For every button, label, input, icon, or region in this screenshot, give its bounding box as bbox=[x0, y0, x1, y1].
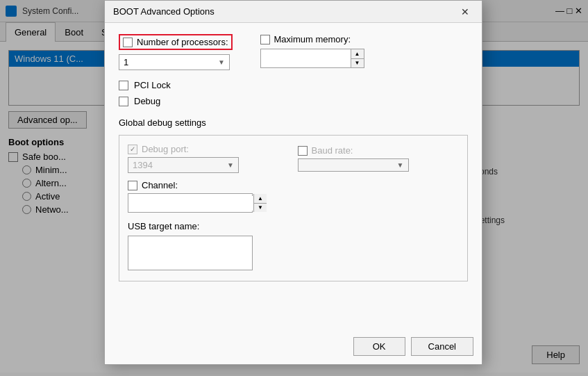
baud-rate-item: Baud rate: ▼ bbox=[298, 145, 460, 172]
usb-target-section: USB target name: bbox=[128, 221, 459, 272]
channel-checkbox[interactable] bbox=[128, 181, 137, 190]
processors-dropdown[interactable]: 1 ▼ bbox=[119, 54, 230, 70]
usb-target-label: USB target name: bbox=[128, 221, 459, 231]
baud-rate-dropdown-arrow: ▼ bbox=[397, 161, 404, 169]
baud-rate-label-row: Baud rate: bbox=[298, 145, 460, 156]
max-memory-spinbox-buttons: ▲ ▼ bbox=[351, 49, 364, 67]
debug-row: Debug bbox=[119, 96, 468, 106]
channel-input[interactable]: 0 bbox=[128, 196, 253, 211]
debug-checkbox[interactable] bbox=[119, 97, 128, 106]
max-memory-input[interactable]: 0 bbox=[261, 51, 351, 66]
channel-decrement[interactable]: ▼ bbox=[254, 203, 267, 212]
max-memory-increment[interactable]: ▲ bbox=[351, 49, 364, 58]
processors-dropdown-arrow: ▼ bbox=[218, 58, 225, 66]
baud-rate-dropdown[interactable]: ▼ bbox=[298, 158, 409, 172]
channel-section: Channel: 0 ▲ ▼ bbox=[128, 180, 459, 213]
max-memory-decrement[interactable]: ▼ bbox=[351, 58, 364, 67]
processors-highlight-box: Number of processors: bbox=[119, 34, 233, 50]
boot-advanced-dialog: BOOT Advanced Options ✕ Number of proces… bbox=[104, 0, 482, 365]
debug-port-label: Debug port: bbox=[142, 144, 189, 154]
max-memory-checkbox[interactable] bbox=[260, 35, 270, 44]
processors-value: 1 bbox=[124, 57, 128, 67]
channel-label: Channel: bbox=[142, 180, 178, 190]
max-memory-spinbox: 0 ▲ ▼ bbox=[260, 49, 364, 68]
debug-checkbox-label: Debug bbox=[134, 96, 160, 106]
usb-target-input[interactable] bbox=[128, 236, 253, 270]
cancel-button[interactable]: Cancel bbox=[411, 337, 473, 356]
debug-port-item: Debug port: 1394 ▼ bbox=[128, 144, 289, 173]
dialog-footer: OK Cancel bbox=[353, 337, 473, 356]
dialog-close-button[interactable]: ✕ bbox=[457, 3, 473, 20]
debug-group: Debug port: 1394 ▼ Baud rate: ▼ bbox=[119, 135, 468, 281]
channel-spinbox: 0 ▲ ▼ bbox=[128, 193, 253, 213]
baud-rate-label: Baud rate: bbox=[312, 145, 353, 156]
global-debug-section-title: Global debug settings bbox=[119, 117, 468, 128]
max-memory-section: Maximum memory: 0 ▲ ▼ bbox=[260, 34, 364, 68]
processors-checkbox[interactable] bbox=[123, 38, 133, 47]
dialog-titlebar: BOOT Advanced Options ✕ bbox=[105, 1, 482, 23]
debug-port-checkbox bbox=[128, 145, 137, 154]
channel-increment[interactable]: ▲ bbox=[254, 194, 267, 203]
debug-port-label-row: Debug port: bbox=[128, 144, 289, 154]
ok-button[interactable]: OK bbox=[353, 337, 405, 356]
pci-lock-checkbox[interactable] bbox=[119, 81, 128, 90]
channel-spinbox-buttons: ▲ ▼ bbox=[253, 194, 267, 212]
debug-port-dropdown-arrow: ▼ bbox=[227, 161, 234, 169]
max-memory-label: Maximum memory: bbox=[274, 34, 351, 44]
processors-section: Number of processors: 1 ▼ bbox=[119, 34, 233, 70]
debug-port-value: 1394 bbox=[133, 160, 153, 170]
pci-lock-label: PCI Lock bbox=[134, 80, 171, 90]
debug-port-baud-row: Debug port: 1394 ▼ Baud rate: ▼ bbox=[128, 144, 459, 173]
processors-label: Number of processors: bbox=[137, 37, 228, 47]
dialog-body: Number of processors: 1 ▼ Maximum memory… bbox=[105, 23, 482, 293]
debug-port-dropdown[interactable]: 1394 ▼ bbox=[128, 157, 239, 173]
pci-lock-row: PCI Lock bbox=[119, 80, 468, 90]
dialog-title: BOOT Advanced Options bbox=[113, 6, 215, 17]
baud-rate-checkbox[interactable] bbox=[298, 146, 308, 156]
